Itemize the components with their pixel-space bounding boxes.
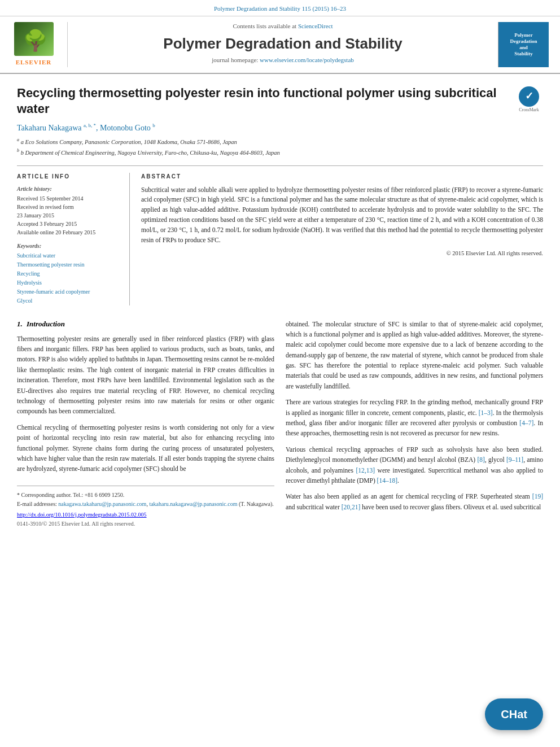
ref-19[interactable]: [19]: [532, 493, 543, 500]
sciencedirect-link[interactable]: ScienceDirect: [298, 23, 333, 29]
article-info-heading: ARTICLE INFO: [17, 173, 121, 181]
keyword-3: Recycling: [17, 269, 121, 278]
authors-line: Takaharu Nakagawa a, b, *, Motonobu Goto…: [17, 122, 543, 133]
elsevier-brand-label: ELSEVIER: [16, 58, 52, 67]
abstract-column: ABSTRACT Subcritical water and soluble a…: [141, 173, 543, 305]
article-body: 1. Introduction Thermosetting polyester …: [17, 314, 543, 528]
journal-logo-box: PolymerDegradationandStability: [498, 22, 549, 67]
crossmark-icon: ✓: [519, 86, 539, 107]
footer-section: * Corresponding author. Tel.: +81 6 6909…: [17, 486, 274, 528]
journal-header: ELSEVIER Contents lists available at Sci…: [0, 16, 560, 73]
contents-available-line: Contents lists available at ScienceDirec…: [79, 22, 487, 30]
right-para-3: Various chemical recycling approaches of…: [286, 444, 543, 486]
abstract-copyright: © 2015 Elsevier Ltd. All rights reserved…: [141, 250, 543, 258]
elsevier-tree-image: [14, 22, 54, 56]
right-para-2: There are various strategies for recycli…: [286, 397, 543, 439]
abstract-heading: ABSTRACT: [141, 173, 543, 181]
affiliation-b: b b Department of Chemical Engineering, …: [17, 147, 543, 157]
intro-para-2: Chemical recycling of thermosetting poly…: [17, 422, 274, 474]
article-info-column: ARTICLE INFO Article history: Received 1…: [17, 173, 130, 305]
doi-link[interactable]: http://dx.doi.org/10.1016/j.polymdegrads…: [17, 512, 147, 518]
article-title-row: Recycling thermosetting polyester resin …: [17, 85, 543, 117]
keyword-6: Glycol: [17, 296, 121, 305]
history-revised-date: 23 January 2015: [17, 211, 121, 220]
ref-12-13[interactable]: [12,13]: [356, 467, 375, 474]
right-para-4: Water has also been applied as an agent …: [286, 491, 543, 512]
email-link-2[interactable]: takaharu.nakagawa@jp.panasonic.com: [149, 501, 237, 507]
intro-section-heading: 1. Introduction: [17, 319, 274, 329]
intro-para-1: Thermosetting polyester resins are gener…: [17, 334, 274, 417]
body-left-column: 1. Introduction Thermosetting polyester …: [17, 319, 274, 528]
keywords-heading: Keywords:: [17, 242, 121, 250]
homepage-url[interactable]: www.elsevier.com/locate/polydegstab: [260, 56, 354, 63]
crossmark-label: CrossMark: [519, 107, 539, 113]
history-accepted: Accepted 3 February 2015: [17, 220, 121, 228]
right-para-1: obtained. The molecular structure of SFC…: [286, 319, 543, 392]
issn-line: 0141-3910/© 2015 Elsevier Ltd. All right…: [17, 520, 274, 528]
keywords-section: Keywords: Subcritical water Thermosettin…: [17, 242, 121, 305]
footnote-email: E-mail addresses: nakagawa.takaharu@jp.p…: [17, 500, 274, 509]
affiliation-a: a a Eco Solutions Company, Panasonic Cor…: [17, 137, 543, 146]
keyword-5: Styrene-fumaric acid copolymer: [17, 287, 121, 296]
journal-logo-text: PolymerDegradationandStability: [510, 32, 537, 56]
elsevier-logo-section: ELSEVIER: [6, 22, 68, 67]
journal-homepage-line: journal homepage: www.elsevier.com/locat…: [79, 56, 487, 64]
top-citation-bar: Polymer Degradation and Stability 115 (2…: [0, 0, 560, 16]
section-number: 1.: [17, 320, 23, 328]
ref-9-11[interactable]: [9–11]: [506, 456, 523, 463]
footnote-corresponding: * Corresponding author. Tel.: +81 6 6909…: [17, 491, 274, 500]
abstract-text: Subcritical water and soluble alkali wer…: [141, 185, 543, 246]
article-info-abstract-section: ARTICLE INFO Article history: Received 1…: [17, 165, 543, 305]
history-heading: Article history:: [17, 185, 121, 193]
chat-button[interactable]: CHat: [485, 698, 543, 730]
body-right-column: obtained. The molecular structure of SFC…: [286, 319, 543, 528]
keyword-4: Hydrolysis: [17, 278, 121, 287]
crossmark-badge: ✓ CrossMark: [515, 86, 543, 113]
citation-text: Polymer Degradation and Stability 115 (2…: [214, 5, 346, 12]
ref-4-7[interactable]: [4–7]: [519, 420, 533, 426]
keyword-2: Thermosetting polyester resin: [17, 260, 121, 269]
history-online: Available online 20 February 2015: [17, 228, 121, 237]
doi-line: http://dx.doi.org/10.1016/j.polymdegrads…: [17, 511, 274, 519]
history-revised-label: Received in revised form: [17, 203, 121, 211]
article-title: Recycling thermosetting polyester resin …: [17, 85, 506, 117]
journal-center-info: Contents lists available at ScienceDirec…: [68, 22, 498, 67]
ref-8[interactable]: [8]: [477, 456, 484, 463]
section-title: Introduction: [27, 320, 65, 328]
paper-content: Recycling thermosetting polyester resin …: [0, 74, 560, 539]
keyword-1: Subcritical water: [17, 251, 121, 260]
ref-14-18[interactable]: [14–18]: [377, 477, 397, 484]
journal-title: Polymer Degradation and Stability: [79, 33, 487, 54]
email-link-1[interactable]: nakagawa.takaharu@jp.panasonic.com: [58, 501, 146, 507]
affiliations-section: a a Eco Solutions Company, Panasonic Cor…: [17, 137, 543, 158]
ref-1-3[interactable]: [1–3]: [479, 409, 493, 416]
article-history-section: Article history: Received 15 September 2…: [17, 185, 121, 237]
history-received: Received 15 September 2014: [17, 194, 121, 203]
ref-20-21[interactable]: [20,21]: [342, 504, 361, 510]
